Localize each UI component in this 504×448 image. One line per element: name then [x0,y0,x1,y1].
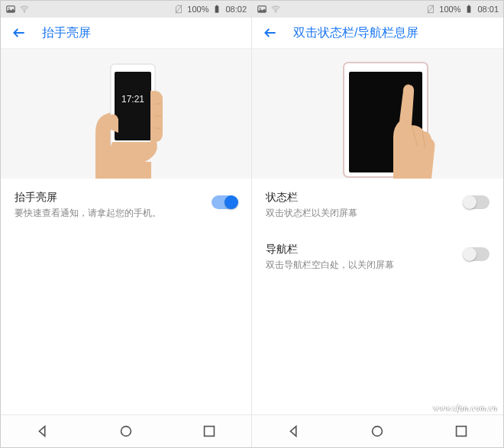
settings-list: 抬手亮屏 要快速查看通知，请拿起您的手机。 [1,179,251,414]
battery-icon [464,4,474,15]
svg-point-16 [275,11,276,12]
svg-rect-13 [205,427,215,437]
title-bar: 抬手亮屏 [1,18,251,49]
left-screenshot: 100% 08:02 抬手亮屏 17:21 [1,1,252,447]
status-bar: 100% 08:02 [1,1,251,18]
setting-text-block: 导航栏 双击导航栏空白处，以关闭屏幕 [266,243,454,272]
svg-rect-25 [457,427,467,437]
wifi-icon [19,4,30,15]
toggle-switch[interactable] [464,247,489,261]
svg-rect-11 [115,162,151,179]
dual-screenshot-container: 100% 08:02 抬手亮屏 17:21 [0,0,504,448]
nav-recent-icon[interactable] [453,423,470,440]
illustration-raise-to-wake: 17:21 [1,49,251,179]
no-sim-icon [425,4,436,15]
svg-rect-4 [215,6,219,13]
svg-rect-19 [468,5,470,6]
status-left-icons [257,4,281,15]
toggle-switch[interactable] [464,195,489,209]
battery-text: 100% [187,5,208,14]
no-sim-icon [173,4,184,15]
navigation-bar [1,414,251,447]
page-title: 抬手亮屏 [42,25,91,41]
image-icon [257,4,267,15]
toggle-switch[interactable] [212,195,237,209]
svg-point-1 [8,8,10,9]
image-icon [5,4,16,15]
nav-back-icon[interactable] [286,423,302,440]
svg-rect-18 [467,6,471,13]
right-screenshot: 100% 08:01 双击状态栏/导航栏息屏 [252,1,503,447]
setting-text-block: 状态栏 双击状态栏以关闭屏幕 [266,191,454,220]
svg-point-2 [24,11,24,12]
navigation-bar [252,414,503,447]
back-button[interactable] [263,25,278,40]
setting-desc: 双击状态栏以关闭屏幕 [266,207,454,220]
back-button[interactable] [11,25,27,40]
battery-icon [212,4,222,15]
nav-back-icon[interactable] [34,423,51,440]
status-right: 100% 08:01 [425,4,499,15]
settings-list: 状态栏 双击状态栏以关闭屏幕 导航栏 双击导航栏空白处，以关闭屏幕 [252,179,503,414]
svg-rect-5 [216,5,218,6]
setting-nav-bar-tap[interactable]: 导航栏 双击导航栏空白处，以关闭屏幕 [252,230,503,282]
clock-text: 08:02 [225,5,247,14]
svg-point-24 [373,427,383,437]
setting-desc: 要快速查看通知，请拿起您的手机。 [15,207,202,220]
illustration-double-tap [252,49,503,179]
setting-title: 状态栏 [266,191,454,205]
setting-title: 导航栏 [266,243,454,256]
page-title: 双击状态栏/导航栏息屏 [293,25,418,41]
setting-title: 抬手亮屏 [15,191,202,205]
setting-text-block: 抬手亮屏 要快速查看通知，请拿起您的手机。 [15,191,202,220]
svg-rect-7 [115,72,151,140]
setting-status-bar-tap[interactable]: 状态栏 双击状态栏以关闭屏幕 [252,179,503,230]
nav-home-icon[interactable] [118,423,134,440]
status-right: 100% 08:02 [173,4,247,15]
svg-point-15 [260,8,261,9]
status-bar: 100% 08:01 [252,1,503,18]
wifi-icon [270,4,281,15]
battery-text: 100% [439,5,460,14]
status-left-icons [5,4,30,15]
nav-home-icon[interactable] [369,423,386,440]
nav-recent-icon[interactable] [201,423,218,440]
clock-text: 08:01 [477,5,499,14]
setting-raise-to-wake[interactable]: 抬手亮屏 要快速查看通知，请拿起您的手机。 [1,179,251,230]
illust-phone-time: 17:21 [121,94,144,105]
title-bar: 双击状态栏/导航栏息屏 [252,18,503,49]
svg-point-12 [121,427,131,437]
setting-desc: 双击导航栏空白处，以关闭屏幕 [266,259,454,272]
